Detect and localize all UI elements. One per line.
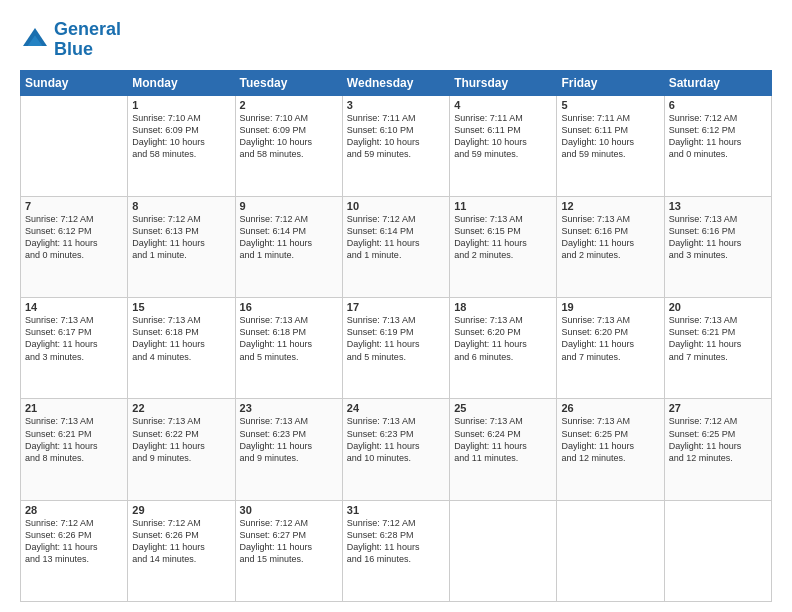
day-number: 25 [454, 402, 552, 414]
week-row-0: 1Sunrise: 7:10 AM Sunset: 6:09 PM Daylig… [21, 95, 772, 196]
day-info: Sunrise: 7:12 AM Sunset: 6:12 PM Dayligh… [669, 112, 767, 161]
day-cell: 14Sunrise: 7:13 AM Sunset: 6:17 PM Dayli… [21, 298, 128, 399]
logo: General Blue [20, 20, 121, 60]
day-cell: 8Sunrise: 7:12 AM Sunset: 6:13 PM Daylig… [128, 196, 235, 297]
day-cell: 31Sunrise: 7:12 AM Sunset: 6:28 PM Dayli… [342, 500, 449, 601]
day-info: Sunrise: 7:13 AM Sunset: 6:21 PM Dayligh… [25, 415, 123, 464]
day-cell: 11Sunrise: 7:13 AM Sunset: 6:15 PM Dayli… [450, 196, 557, 297]
day-number: 27 [669, 402, 767, 414]
day-cell: 23Sunrise: 7:13 AM Sunset: 6:23 PM Dayli… [235, 399, 342, 500]
day-info: Sunrise: 7:12 AM Sunset: 6:13 PM Dayligh… [132, 213, 230, 262]
col-header-friday: Friday [557, 70, 664, 95]
day-number: 11 [454, 200, 552, 212]
day-number: 31 [347, 504, 445, 516]
day-cell: 15Sunrise: 7:13 AM Sunset: 6:18 PM Dayli… [128, 298, 235, 399]
day-info: Sunrise: 7:12 AM Sunset: 6:28 PM Dayligh… [347, 517, 445, 566]
day-info: Sunrise: 7:13 AM Sunset: 6:18 PM Dayligh… [240, 314, 338, 363]
day-number: 29 [132, 504, 230, 516]
day-info: Sunrise: 7:13 AM Sunset: 6:23 PM Dayligh… [240, 415, 338, 464]
day-number: 20 [669, 301, 767, 313]
day-cell: 17Sunrise: 7:13 AM Sunset: 6:19 PM Dayli… [342, 298, 449, 399]
day-cell: 16Sunrise: 7:13 AM Sunset: 6:18 PM Dayli… [235, 298, 342, 399]
day-cell: 10Sunrise: 7:12 AM Sunset: 6:14 PM Dayli… [342, 196, 449, 297]
day-number: 24 [347, 402, 445, 414]
day-cell: 1Sunrise: 7:10 AM Sunset: 6:09 PM Daylig… [128, 95, 235, 196]
day-cell: 3Sunrise: 7:11 AM Sunset: 6:10 PM Daylig… [342, 95, 449, 196]
day-cell [664, 500, 771, 601]
day-info: Sunrise: 7:13 AM Sunset: 6:15 PM Dayligh… [454, 213, 552, 262]
day-number: 8 [132, 200, 230, 212]
day-cell: 30Sunrise: 7:12 AM Sunset: 6:27 PM Dayli… [235, 500, 342, 601]
day-number: 6 [669, 99, 767, 111]
day-info: Sunrise: 7:13 AM Sunset: 6:16 PM Dayligh… [561, 213, 659, 262]
col-header-monday: Monday [128, 70, 235, 95]
day-number: 16 [240, 301, 338, 313]
day-number: 12 [561, 200, 659, 212]
day-info: Sunrise: 7:13 AM Sunset: 6:21 PM Dayligh… [669, 314, 767, 363]
day-info: Sunrise: 7:13 AM Sunset: 6:20 PM Dayligh… [561, 314, 659, 363]
day-number: 5 [561, 99, 659, 111]
day-info: Sunrise: 7:12 AM Sunset: 6:12 PM Dayligh… [25, 213, 123, 262]
day-number: 22 [132, 402, 230, 414]
col-header-wednesday: Wednesday [342, 70, 449, 95]
day-number: 15 [132, 301, 230, 313]
day-cell: 21Sunrise: 7:13 AM Sunset: 6:21 PM Dayli… [21, 399, 128, 500]
day-number: 28 [25, 504, 123, 516]
day-cell: 29Sunrise: 7:12 AM Sunset: 6:26 PM Dayli… [128, 500, 235, 601]
day-cell [21, 95, 128, 196]
day-number: 17 [347, 301, 445, 313]
day-info: Sunrise: 7:13 AM Sunset: 6:16 PM Dayligh… [669, 213, 767, 262]
day-info: Sunrise: 7:10 AM Sunset: 6:09 PM Dayligh… [240, 112, 338, 161]
day-cell: 13Sunrise: 7:13 AM Sunset: 6:16 PM Dayli… [664, 196, 771, 297]
day-info: Sunrise: 7:11 AM Sunset: 6:10 PM Dayligh… [347, 112, 445, 161]
week-row-2: 14Sunrise: 7:13 AM Sunset: 6:17 PM Dayli… [21, 298, 772, 399]
header: General Blue [20, 20, 772, 60]
day-info: Sunrise: 7:13 AM Sunset: 6:23 PM Dayligh… [347, 415, 445, 464]
day-cell: 28Sunrise: 7:12 AM Sunset: 6:26 PM Dayli… [21, 500, 128, 601]
day-cell: 7Sunrise: 7:12 AM Sunset: 6:12 PM Daylig… [21, 196, 128, 297]
day-cell: 22Sunrise: 7:13 AM Sunset: 6:22 PM Dayli… [128, 399, 235, 500]
day-number: 26 [561, 402, 659, 414]
day-number: 2 [240, 99, 338, 111]
day-cell: 12Sunrise: 7:13 AM Sunset: 6:16 PM Dayli… [557, 196, 664, 297]
day-cell: 20Sunrise: 7:13 AM Sunset: 6:21 PM Dayli… [664, 298, 771, 399]
col-header-tuesday: Tuesday [235, 70, 342, 95]
day-number: 19 [561, 301, 659, 313]
week-row-1: 7Sunrise: 7:12 AM Sunset: 6:12 PM Daylig… [21, 196, 772, 297]
day-info: Sunrise: 7:11 AM Sunset: 6:11 PM Dayligh… [561, 112, 659, 161]
day-info: Sunrise: 7:12 AM Sunset: 6:26 PM Dayligh… [132, 517, 230, 566]
day-info: Sunrise: 7:13 AM Sunset: 6:22 PM Dayligh… [132, 415, 230, 464]
day-number: 23 [240, 402, 338, 414]
day-cell: 18Sunrise: 7:13 AM Sunset: 6:20 PM Dayli… [450, 298, 557, 399]
day-number: 3 [347, 99, 445, 111]
day-info: Sunrise: 7:10 AM Sunset: 6:09 PM Dayligh… [132, 112, 230, 161]
day-cell: 9Sunrise: 7:12 AM Sunset: 6:14 PM Daylig… [235, 196, 342, 297]
day-info: Sunrise: 7:12 AM Sunset: 6:14 PM Dayligh… [240, 213, 338, 262]
logo-icon [20, 25, 50, 55]
logo-text: General Blue [54, 20, 121, 60]
calendar-table: SundayMondayTuesdayWednesdayThursdayFrid… [20, 70, 772, 602]
day-number: 30 [240, 504, 338, 516]
day-cell: 24Sunrise: 7:13 AM Sunset: 6:23 PM Dayli… [342, 399, 449, 500]
day-number: 18 [454, 301, 552, 313]
calendar-header-row: SundayMondayTuesdayWednesdayThursdayFrid… [21, 70, 772, 95]
day-cell [557, 500, 664, 601]
day-info: Sunrise: 7:13 AM Sunset: 6:18 PM Dayligh… [132, 314, 230, 363]
day-info: Sunrise: 7:12 AM Sunset: 6:27 PM Dayligh… [240, 517, 338, 566]
day-cell [450, 500, 557, 601]
day-info: Sunrise: 7:13 AM Sunset: 6:24 PM Dayligh… [454, 415, 552, 464]
day-info: Sunrise: 7:13 AM Sunset: 6:25 PM Dayligh… [561, 415, 659, 464]
day-number: 14 [25, 301, 123, 313]
day-info: Sunrise: 7:12 AM Sunset: 6:26 PM Dayligh… [25, 517, 123, 566]
day-info: Sunrise: 7:12 AM Sunset: 6:14 PM Dayligh… [347, 213, 445, 262]
day-cell: 2Sunrise: 7:10 AM Sunset: 6:09 PM Daylig… [235, 95, 342, 196]
day-info: Sunrise: 7:11 AM Sunset: 6:11 PM Dayligh… [454, 112, 552, 161]
day-info: Sunrise: 7:12 AM Sunset: 6:25 PM Dayligh… [669, 415, 767, 464]
page: General Blue SundayMondayTuesdayWednesda… [0, 0, 792, 612]
day-cell: 19Sunrise: 7:13 AM Sunset: 6:20 PM Dayli… [557, 298, 664, 399]
day-number: 7 [25, 200, 123, 212]
day-number: 13 [669, 200, 767, 212]
day-info: Sunrise: 7:13 AM Sunset: 6:20 PM Dayligh… [454, 314, 552, 363]
day-number: 9 [240, 200, 338, 212]
day-cell: 25Sunrise: 7:13 AM Sunset: 6:24 PM Dayli… [450, 399, 557, 500]
